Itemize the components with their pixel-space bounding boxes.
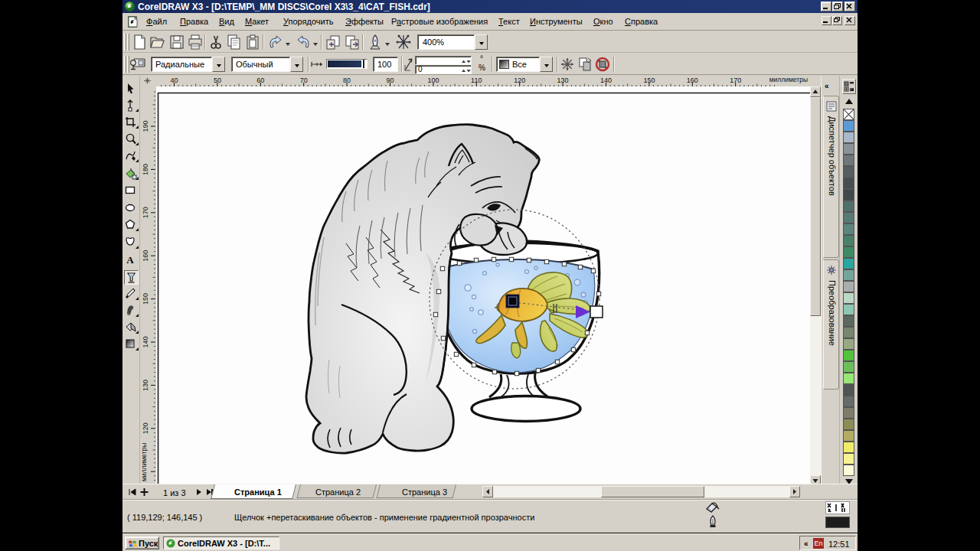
svg-text:80: 80 (343, 77, 351, 84)
svg-text:160: 160 (142, 250, 149, 262)
svg-text:50: 50 (214, 77, 221, 84)
svg-text:90: 90 (386, 77, 394, 84)
svg-text:120: 120 (142, 422, 149, 434)
svg-text:100: 100 (427, 77, 439, 84)
svg-text:140: 140 (142, 336, 149, 347)
svg-text:миллиметры: миллиметры (769, 76, 808, 83)
svg-text:70: 70 (300, 77, 308, 84)
svg-text:140: 140 (600, 77, 612, 84)
svg-text:миллиметры: миллиметры (140, 443, 148, 481)
svg-text:170: 170 (142, 207, 149, 218)
svg-text:170: 170 (730, 77, 741, 84)
svg-text:60: 60 (256, 77, 264, 84)
svg-text:190: 190 (142, 120, 149, 132)
svg-text:150: 150 (142, 293, 149, 305)
svg-text:A: A (126, 254, 134, 266)
svg-text:160: 160 (687, 77, 698, 84)
svg-text:130: 130 (557, 77, 569, 84)
svg-text:40: 40 (170, 77, 178, 84)
svg-text:110: 110 (471, 77, 482, 84)
svg-text:120: 120 (514, 77, 525, 84)
svg-text:150: 150 (643, 77, 655, 84)
svg-text:130: 130 (142, 380, 149, 391)
svg-text:180: 180 (142, 164, 149, 175)
